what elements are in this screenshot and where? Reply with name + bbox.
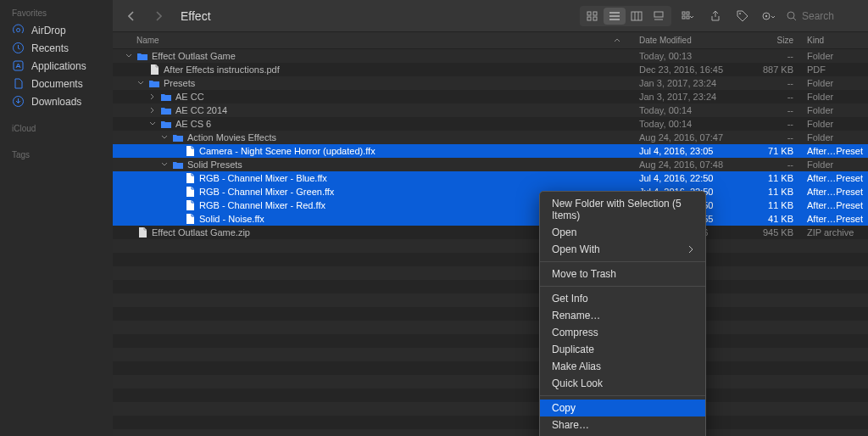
group-button[interactable] <box>678 8 698 25</box>
sidebar-item-documents[interactable]: Documents <box>0 75 113 92</box>
sidebar-item-recents[interactable]: Recents <box>0 39 113 57</box>
svg-rect-19 <box>687 16 689 19</box>
action-button[interactable] <box>760 8 780 25</box>
disclosure-spacer <box>172 187 181 196</box>
download-icon <box>12 95 25 108</box>
menu-item-label: Make Alias <box>552 361 601 372</box>
file-date: Jul 4, 2016, 23:05 <box>632 146 741 156</box>
file-row[interactable]: Action Movies EffectsAug 24, 2016, 07:47… <box>113 131 868 144</box>
menu-item-copy[interactable]: Copy <box>540 400 705 416</box>
menu-item-open[interactable]: Open <box>540 224 705 241</box>
sidebar-item-downloads[interactable]: Downloads <box>0 92 113 110</box>
file-date: Today, 00:13 <box>632 51 741 61</box>
file-row[interactable]: AE CCJan 3, 2017, 23:24--Folder <box>113 90 868 103</box>
view-icon-button[interactable] <box>581 8 604 25</box>
chevron-down-icon[interactable] <box>148 120 157 128</box>
file-row[interactable]: Effect Outlast GameToday, 00:13--Folder <box>113 49 868 63</box>
svg-rect-14 <box>654 12 663 17</box>
disclosure-spacer <box>172 215 181 223</box>
empty-row <box>113 375 868 388</box>
file-size: -- <box>741 159 800 170</box>
file-row[interactable]: PresetsJan 3, 2017, 23:24--Folder <box>113 76 868 90</box>
file-tree[interactable]: Effect Outlast GameToday, 00:13--FolderA… <box>113 49 868 436</box>
file-kind: After…Preset <box>800 214 868 224</box>
file-row[interactable]: Solid - Noise.ffxJul 4, 2016, 22:5541 KB… <box>113 212 868 226</box>
chevron-down-icon[interactable] <box>160 160 169 169</box>
file-row[interactable]: RGB - Channel Mixer - Red.ffxJul 4, 2016… <box>113 198 868 212</box>
file-name: Effect Outlast Game <box>152 51 236 61</box>
folder-icon <box>148 77 160 89</box>
empty-row <box>113 361 868 375</box>
chevron-down-icon[interactable] <box>136 79 145 87</box>
file-row[interactable]: AE CC 2014Today, 00:14--Folder <box>113 103 868 117</box>
empty-row <box>113 266 868 280</box>
menu-item-share[interactable]: Share… <box>540 416 705 433</box>
menu-item-quick-look[interactable]: Quick Look <box>540 375 705 392</box>
file-name: Solid - Noise.ffx <box>199 214 264 224</box>
menu-item-move-to-trash[interactable]: Move to Trash <box>540 266 705 282</box>
column-header-kind[interactable]: Kind <box>800 36 868 45</box>
svg-rect-17 <box>687 12 689 14</box>
column-header-size[interactable]: Size <box>741 36 800 45</box>
sidebar-heading-favorites: Favorites <box>0 7 113 21</box>
file-name: RGB - Channel Mixer - Red.ffx <box>199 200 326 210</box>
file-row[interactable]: RGB - Channel Mixer - Green.ffxJul 4, 20… <box>113 185 868 198</box>
empty-row <box>113 348 868 361</box>
menu-item-label: Compress <box>552 327 598 338</box>
back-button[interactable] <box>121 8 142 25</box>
menu-item-label: Copy <box>552 402 576 414</box>
chevron-right-icon[interactable] <box>148 92 157 101</box>
file-size: 11 KB <box>741 173 800 183</box>
chevron-down-icon[interactable] <box>125 52 133 60</box>
menu-separator <box>540 395 705 396</box>
file-row[interactable]: Solid PresetsAug 24, 2016, 07:48--Folder <box>113 158 868 171</box>
file-size: 41 KB <box>741 214 800 224</box>
view-column-button[interactable] <box>626 8 648 25</box>
file-icon <box>184 213 196 225</box>
share-button[interactable] <box>705 8 726 25</box>
menu-item-make-alias[interactable]: Make Alias <box>540 358 705 375</box>
file-icon <box>148 64 160 75</box>
chevron-down-icon[interactable] <box>160 133 169 142</box>
empty-row <box>113 253 868 266</box>
file-name: Presets <box>164 78 195 88</box>
sidebar-item-applications[interactable]: Applications <box>0 57 113 75</box>
file-row[interactable]: RGB - Channel Mixer - Blue.ffxJul 4, 201… <box>113 171 868 185</box>
column-header-name[interactable]: Name <box>113 36 632 45</box>
folder-icon <box>136 50 148 62</box>
chevron-right-icon <box>688 245 693 254</box>
sidebar-item-airdrop[interactable]: AirDrop <box>0 21 113 39</box>
file-kind: ZIP archive <box>800 227 868 238</box>
chevron-right-icon[interactable] <box>148 106 157 115</box>
view-list-button[interactable] <box>604 8 626 25</box>
menu-item-new-folder-with-selection-5-items[interactable]: New Folder with Selection (5 Items) <box>540 195 705 224</box>
svg-rect-11 <box>632 12 642 20</box>
toolbar: Effect <box>113 0 868 32</box>
search-field[interactable] <box>787 10 860 22</box>
svg-point-22 <box>765 14 767 16</box>
svg-rect-18 <box>682 16 685 19</box>
context-menu: New Folder with Selection (5 Items)OpenO… <box>539 191 706 436</box>
menu-item-rename[interactable]: Rename… <box>540 307 705 324</box>
empty-row <box>113 334 868 348</box>
search-input[interactable] <box>802 10 853 22</box>
view-gallery-button[interactable] <box>648 8 670 25</box>
file-row[interactable]: After Effects instructions.pdfDec 23, 20… <box>113 63 868 76</box>
empty-row <box>113 402 868 416</box>
finder-window: Favorites AirDropRecentsApplicationsDocu… <box>0 0 868 436</box>
menu-item-duplicate[interactable]: Duplicate <box>540 341 705 358</box>
file-date: Jan 3, 2017, 23:24 <box>632 92 741 102</box>
column-header-date[interactable]: Date Modified <box>632 36 741 45</box>
empty-row <box>113 388 868 402</box>
forward-button[interactable] <box>148 8 169 25</box>
file-row[interactable]: Effect Outlast Game.zipYesterday, 23:569… <box>113 226 868 239</box>
tags-button[interactable] <box>732 8 753 25</box>
menu-separator <box>540 261 705 262</box>
menu-item-get-info[interactable]: Get Info <box>540 290 705 307</box>
menu-item-open-with[interactable]: Open With <box>540 241 705 258</box>
file-row[interactable]: Camera - Night Scene Horror (updated).ff… <box>113 144 868 158</box>
file-row[interactable]: AE CS 6Today, 00:14--Folder <box>113 117 868 131</box>
main-pane: Effect Name Date Modified Size Kind Ef <box>113 0 868 436</box>
svg-point-20 <box>739 13 741 14</box>
menu-item-compress[interactable]: Compress <box>540 324 705 341</box>
